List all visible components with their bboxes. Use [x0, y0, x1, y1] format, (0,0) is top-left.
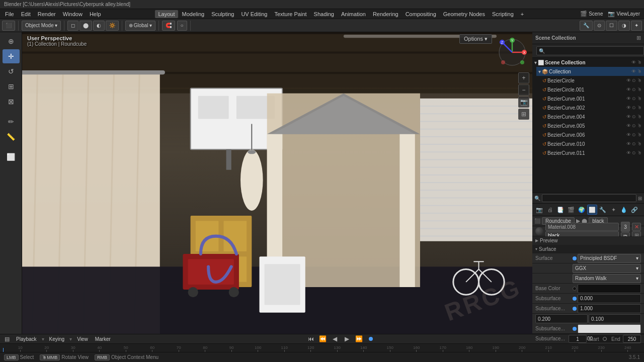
outliner-item-6[interactable]: ↺ BezierCurve.006 👁 ⊙ 🖱: [540, 130, 644, 139]
render-props-btn[interactable]: 📷: [534, 205, 544, 215]
viewport-gizmo[interactable]: X Y Z: [497, 37, 527, 67]
constraints-props-btn[interactable]: 🔗: [629, 205, 639, 215]
gizmo-btn[interactable]: ✦: [631, 21, 642, 31]
menu-edit[interactable]: Edit: [18, 10, 34, 18]
measure-tool[interactable]: 📏: [3, 130, 20, 144]
view-layer-props-btn[interactable]: 📑: [555, 205, 566, 215]
transform-pivot[interactable]: ⊕ Global ▾: [125, 21, 155, 31]
surface-type-dropdown[interactable]: Principled BSDF ▾: [578, 254, 641, 263]
timeline-menu-icon[interactable]: ▤: [3, 335, 11, 343]
zoom-out-btn[interactable]: −: [518, 84, 529, 96]
workspace-geometry[interactable]: Geometry Nodes: [440, 10, 488, 18]
subsurface-color-val1[interactable]: 1.000: [578, 304, 641, 313]
outliner-item-3[interactable]: ↺ BezierCurve.002 👁 ⊙ 🖱: [540, 103, 644, 112]
workspace-shading[interactable]: Shading: [311, 10, 337, 18]
marker-menu[interactable]: Marker: [93, 336, 113, 342]
object-props-btn[interactable]: ⬜: [587, 205, 597, 215]
jump-forward-btn[interactable]: ⏩: [355, 335, 364, 343]
render-btn[interactable]: 🔆: [106, 21, 119, 31]
subsurface-dot: [573, 297, 577, 301]
workspace-modeling[interactable]: Modeling: [179, 10, 208, 18]
jump-back-btn[interactable]: ⏪: [318, 335, 328, 343]
start-frame-field[interactable]: 1: [569, 335, 587, 343]
subsurface-radius-bar[interactable]: [578, 324, 641, 333]
rotate-tool[interactable]: ↺: [3, 64, 20, 78]
base-color-dot[interactable]: [573, 287, 577, 291]
menu-render[interactable]: Render: [35, 10, 59, 18]
view-menu[interactable]: View: [75, 336, 90, 342]
viewport-type-btn[interactable]: ⬛: [2, 21, 15, 31]
outliner-item-5[interactable]: ↺ BezierCurve.005 👁 ⊙ 🖱: [540, 121, 644, 130]
zoom-in-btn[interactable]: +: [518, 72, 529, 83]
workspace-layout[interactable]: Layout: [155, 10, 178, 18]
workspace-animation[interactable]: Animation: [338, 10, 369, 18]
base-color-value[interactable]: [578, 284, 641, 293]
jump-start-btn[interactable]: ⏮: [306, 335, 315, 343]
wireframe-btn[interactable]: ◻: [67, 21, 78, 31]
transform-tool[interactable]: ⊠: [3, 95, 20, 109]
random-walk-dropdown[interactable]: Random Walk ▾: [573, 274, 641, 283]
menu-file[interactable]: File: [2, 10, 17, 18]
subsurface-value[interactable]: 0.000: [578, 294, 641, 303]
outliner-scene-collection[interactable]: ▾ ⬜ Scene Collection 👁 🖱: [532, 58, 644, 67]
camera-view-btn[interactable]: 📷: [518, 97, 529, 108]
end-frame-field[interactable]: 250: [623, 335, 641, 343]
surface-section[interactable]: ▾ Surface: [532, 245, 644, 253]
play-btn[interactable]: ▶: [343, 335, 352, 343]
outliner-item-4[interactable]: ↺ BezierCurve.004 👁 ⊙ 🖱: [540, 112, 644, 121]
properties-panel: 🔍 ⊞ 📷 🖨 📑 🎬 🌍 ⬜ 🔧 ✦ 💧 🔗 ⬛ Roundcub: [532, 193, 644, 334]
subsurface-color-val2[interactable]: 0.200: [535, 314, 588, 323]
subsurface-color-val3[interactable]: 0.100: [589, 314, 641, 323]
workspace-sculpting[interactable]: Sculpting: [208, 10, 237, 18]
prop-search-input[interactable]: [542, 194, 636, 202]
shading-options[interactable]: ◑: [618, 21, 630, 31]
workspace-uv[interactable]: UV Editing: [238, 10, 270, 18]
keying-dot[interactable]: [601, 335, 609, 343]
workspace-scripting[interactable]: Scripting: [489, 10, 517, 18]
modifier-props-btn[interactable]: 🔧: [598, 205, 608, 215]
outliner-filter-icon[interactable]: ⊞: [636, 35, 641, 41]
preview-section[interactable]: ▶ Preview: [532, 236, 644, 245]
workspace-texture[interactable]: Texture Paint: [271, 10, 309, 18]
menu-window[interactable]: Window: [60, 10, 86, 18]
scene-props-btn[interactable]: 🔧: [580, 21, 593, 31]
outliner-item-1[interactable]: ↺ BezierCircle.001 👁 ⊙ 🖱: [540, 85, 644, 94]
workspace-compositing[interactable]: Compositing: [403, 10, 439, 18]
keying-menu[interactable]: Keying: [47, 336, 67, 342]
outliner-item-8[interactable]: ↺ BezierCurve.011 👁 ⊙ 🖱: [540, 148, 644, 157]
particles-props-btn[interactable]: ✦: [608, 205, 618, 215]
world-props-btn[interactable]: 🌍: [577, 205, 587, 215]
outliner-item-2[interactable]: ↺ BezierCurve.001 👁 ⊙ 🖱: [540, 94, 644, 103]
outliner-collection[interactable]: ▾ 📦 Collection 👁 🖱: [536, 67, 644, 76]
scene-props-btn-2[interactable]: 🎬: [566, 205, 576, 215]
outliner-item-7[interactable]: ↺ BezierCurve.010 👁 ⊙ 🖱: [540, 139, 644, 148]
physics-props-btn[interactable]: 💧: [619, 205, 629, 215]
workspace-rendering[interactable]: Rendering: [370, 10, 401, 18]
cursor-tool[interactable]: ⊕: [3, 34, 20, 48]
add-workspace[interactable]: +: [518, 10, 527, 18]
material-btn[interactable]: ◐: [93, 21, 105, 31]
outliner-search-input[interactable]: [536, 46, 644, 55]
timeline-ruler[interactable]: 1020304050607080901001101201301401501601…: [5, 344, 643, 352]
numpad-btn[interactable]: ⊞: [518, 109, 529, 120]
viewport-3d[interactable]: RRCG User Perspective (1) Collection | R…: [22, 32, 532, 334]
annotate-tool[interactable]: ✏: [3, 115, 20, 129]
xray-btn[interactable]: ☐: [606, 21, 617, 31]
viewport-options-btn[interactable]: Options ▾: [459, 34, 492, 44]
menu-help[interactable]: Help: [87, 10, 104, 18]
solid-btn[interactable]: ⬤: [79, 21, 92, 31]
proportional-edit-btn[interactable]: ○: [177, 21, 187, 31]
scale-tool[interactable]: ⊞: [3, 79, 20, 94]
play-reverse-btn[interactable]: ◀: [331, 335, 340, 343]
output-props-btn[interactable]: 🖨: [545, 205, 555, 215]
overlay-btn[interactable]: ⊙: [594, 21, 605, 31]
snap-btn[interactable]: 🧲: [162, 21, 175, 31]
prop-filter-icon[interactable]: ⊞: [638, 196, 642, 201]
distribution-dropdown[interactable]: GGX ▾: [573, 264, 641, 273]
mode-selector[interactable]: Object Mode ▾: [22, 21, 61, 31]
outliner-item-0[interactable]: ↺ BezierCircle 👁 ⊙ 🖱: [540, 76, 644, 85]
move-tool[interactable]: ✛: [3, 49, 20, 63]
add-cube-tool[interactable]: ⬜: [3, 150, 20, 164]
material-remove-btn[interactable]: ✕: [632, 223, 641, 231]
playback-menu[interactable]: Playback: [14, 336, 39, 342]
